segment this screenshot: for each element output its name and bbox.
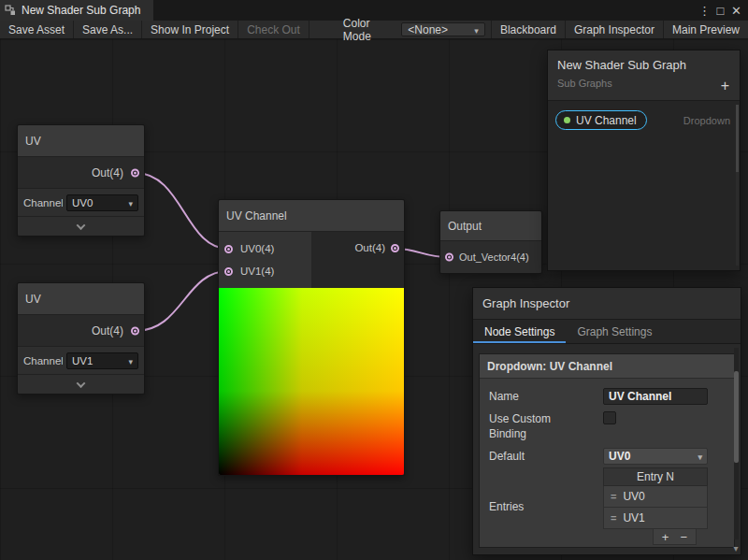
port-label: Out(4) (92, 166, 123, 179)
use-custom-binding-checkbox[interactable] (603, 411, 616, 424)
shader-graph-icon (5, 5, 16, 16)
port-label: Out(4) (354, 242, 385, 253)
dropdown-settings-panel: Dropdown: UV Channel Name UV Channel Use… (479, 353, 735, 548)
blackboard-item-type: Dropdown (683, 115, 732, 126)
window-tab[interactable]: New Shader Sub Graph (0, 0, 153, 21)
panel-body: Name UV Channel Use Custom Binding Defau… (480, 379, 734, 557)
default-dropdown[interactable]: UV0 (603, 448, 708, 465)
input-port-icon[interactable] (445, 253, 453, 262)
close-icon[interactable]: ✕ (728, 4, 744, 18)
blackboard-header[interactable]: New Shader Sub Graph Sub Graphs + (548, 50, 740, 101)
remove-entry-button[interactable]: − (680, 530, 687, 544)
drag-handle-icon[interactable] (611, 490, 616, 503)
chevron-down-icon (77, 379, 86, 388)
menu-icon[interactable]: ⋮ (697, 4, 712, 18)
save-as-button[interactable]: Save As... (74, 21, 142, 38)
output-port-icon[interactable] (391, 244, 399, 252)
check-out-button: Check Out (238, 21, 309, 38)
save-asset-button[interactable]: Save Asset (0, 21, 74, 38)
add-entry-button[interactable]: + (662, 530, 669, 544)
node-title[interactable]: Output (440, 211, 541, 241)
blackboard-subtitle: Sub Graphs (557, 78, 730, 89)
node-title[interactable]: UV Channel (219, 200, 404, 232)
port-label: Out(4) (92, 324, 123, 337)
blackboard-scrollbar[interactable] (736, 105, 739, 266)
show-in-project-button[interactable]: Show In Project (142, 21, 238, 38)
default-field-row: Default UV0 (489, 448, 710, 465)
inspector-scrollbar[interactable] (734, 348, 739, 539)
blackboard-panel: New Shader Sub Graph Sub Graphs + UV Cha… (547, 50, 741, 271)
add-property-button[interactable]: + (721, 78, 729, 94)
dropdown-arrow-icon (128, 355, 133, 366)
inspector-header[interactable]: Graph Inspector (473, 288, 741, 320)
input-port-icon[interactable] (224, 245, 233, 253)
tab-node-settings[interactable]: Node Settings (473, 320, 566, 343)
input-port-row: Out_Vector4(4) (440, 241, 541, 273)
channel-value: UV1 (72, 355, 93, 366)
name-input[interactable]: UV Channel (603, 388, 708, 405)
panel-title: Dropdown: UV Channel (480, 354, 734, 379)
channel-label: Channel (23, 197, 63, 208)
name-label: Name (489, 390, 603, 403)
entries-list-header: Entry N (603, 467, 708, 486)
channel-label: Channel (23, 355, 63, 366)
graph-inspector-toggle-button[interactable]: Graph Inspector (565, 21, 663, 38)
tab-graph-settings[interactable]: Graph Settings (566, 320, 663, 343)
port-label: UV1(4) (240, 266, 274, 277)
entry-row[interactable]: UV1 (603, 508, 708, 529)
node-output[interactable]: Output Out_Vector4(4) (439, 210, 542, 274)
node-uv-top[interactable]: UV Out(4) Channel UV0 (17, 124, 145, 237)
inspector-tabs: Node Settings Graph Settings (473, 320, 741, 344)
inspector-content: Dropdown: UV Channel Name UV Channel Use… (473, 344, 741, 553)
chevron-down-icon (77, 221, 86, 230)
output-port-row: Out(4) (18, 157, 144, 189)
binding-label: Use Custom Binding (489, 411, 603, 441)
channel-dropdown[interactable]: UV1 (66, 352, 138, 369)
default-value: UV0 (609, 450, 630, 463)
scrollbar-thumb[interactable] (734, 371, 739, 463)
channel-value: UV0 (72, 197, 93, 208)
scrollbar-down-arrow-icon[interactable] (732, 543, 740, 553)
maximize-icon[interactable]: □ (712, 4, 728, 18)
entries-field-row: Entries Entry N UV0 UV1 (489, 467, 710, 545)
output-port-icon[interactable] (131, 168, 139, 177)
channel-dropdown[interactable]: UV0 (66, 194, 138, 211)
toolbar: Save Asset Save As... Show In Project Ch… (0, 21, 748, 39)
main-preview-toggle-button[interactable]: Main Preview (663, 21, 748, 38)
dropdown-arrow-icon (698, 450, 702, 463)
blackboard-title: New Shader Sub Graph (557, 58, 730, 72)
tab-title: New Shader Sub Graph (22, 4, 140, 17)
channel-control-row: Channel UV1 (18, 347, 144, 375)
dropdown-arrow-icon (128, 197, 133, 208)
node-uv-bottom[interactable]: UV Out(4) Channel UV1 (17, 282, 145, 395)
output-port-row: Out(4) (18, 315, 144, 347)
node-uv-channel[interactable]: UV Channel UV0(4) UV1(4) Out(4) (218, 199, 405, 476)
color-mode-dropdown[interactable]: <None> (401, 22, 485, 36)
blackboard-toggle-button[interactable]: Blackboard (491, 21, 565, 38)
exposed-dot-icon (564, 117, 570, 123)
input-port-icon[interactable] (224, 267, 233, 276)
input-ports-section: UV0(4) UV1(4) (219, 232, 311, 288)
input-port-row: UV1(4) (219, 260, 311, 282)
entries-list: Entry N UV0 UV1 + − (603, 467, 708, 545)
collapse-bar[interactable] (18, 375, 144, 394)
scrollbar-thumb[interactable] (736, 105, 739, 172)
port-label: Out_Vector4(4) (459, 251, 529, 263)
dropdown-arrow-icon (474, 23, 479, 36)
port-label: UV0(4) (240, 243, 274, 254)
output-ports-section: Out(4) (311, 232, 404, 288)
drag-handle-icon[interactable] (611, 511, 616, 524)
collapse-bar[interactable] (18, 217, 144, 236)
output-port-icon[interactable] (131, 326, 139, 335)
blackboard-item-label: UV Channel (576, 114, 637, 127)
blackboard-item-uv-channel[interactable]: UV Channel (555, 110, 647, 130)
node-title[interactable]: UV (18, 125, 144, 157)
blackboard-item-row: UV Channel Dropdown (555, 110, 732, 130)
entry-row[interactable]: UV0 (603, 486, 708, 508)
window-controls: ⋮ □ ✕ (697, 0, 744, 21)
uv-preview-image (219, 288, 404, 475)
entries-list-buttons: + − (653, 529, 697, 545)
entries-label: Entries (489, 500, 603, 513)
node-title[interactable]: UV (18, 283, 144, 315)
entry-label: UV1 (623, 511, 644, 524)
